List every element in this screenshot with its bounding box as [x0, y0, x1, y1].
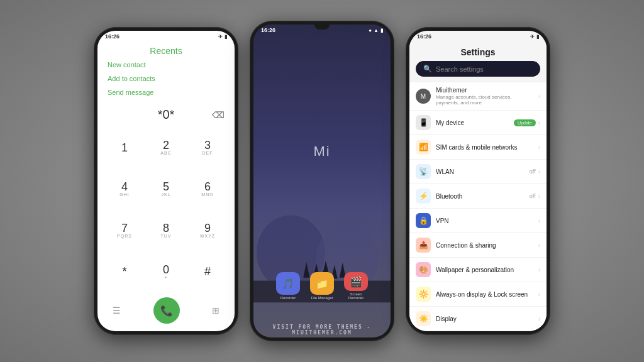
app-recorder[interactable]: 🎵 Recorder: [274, 272, 302, 300]
new-contact-btn[interactable]: New contact: [108, 61, 225, 69]
chevron-connection: ›: [538, 242, 540, 249]
miuithemer-title: Miuithemer: [436, 87, 533, 94]
watermark-text: VISIT FOR MORE THEMES - MIUITHEMER.COM: [253, 322, 391, 337]
mydevice-icon: 📱: [416, 115, 431, 130]
signal-icon: ●: [369, 28, 372, 33]
app-file-manager[interactable]: 📁 File Manager: [308, 272, 336, 300]
bluetooth-status: off: [530, 193, 536, 199]
status-time-phone1: 16:26: [105, 33, 119, 40]
phone-home: 16:26 ● ▲ ▮: [250, 21, 394, 341]
status-icons-phone3: ✈ ▮: [530, 34, 539, 40]
key-star[interactable]: *: [104, 251, 145, 292]
key-6[interactable]: 6 MNO: [187, 168, 228, 210]
wlan-right: off ›: [530, 168, 540, 175]
settings-item-display[interactable]: ☀️ Display ›: [409, 307, 547, 331]
key-1[interactable]: 1: [104, 127, 145, 168]
wallpaper-icon: 🎨: [416, 262, 431, 277]
wlan-icon: 📡: [416, 164, 431, 179]
wlan-status: off: [530, 168, 536, 175]
miuithemer-subtitle: Manage accounts, cloud services, payment…: [436, 94, 533, 106]
status-icons-phone1: ✈ ▮: [218, 34, 227, 40]
wlan-title: WLAN: [436, 168, 525, 175]
connection-icon: 📤: [416, 238, 431, 253]
key-0[interactable]: 0 +: [145, 251, 187, 292]
wlan-text: WLAN: [436, 168, 525, 175]
status-icons-phone2: ● ▲ ▮: [369, 28, 383, 33]
vpn-text: VPN: [436, 217, 533, 224]
mi-label: Mi: [313, 143, 330, 160]
wifi-icon: ▲: [374, 28, 379, 33]
chevron-display: ›: [538, 315, 540, 322]
chevron-vpn: ›: [538, 217, 540, 224]
key-5[interactable]: 5 JKL: [145, 168, 187, 210]
display-title: Display: [436, 315, 533, 322]
phone2-screen-wrapper: 16:26 ● ▲ ▮: [253, 25, 391, 337]
sim-title: SIM cards & mobile networks: [436, 144, 533, 151]
chevron-miuithemer: ›: [538, 93, 540, 100]
dialer-grid: 1 2 ABC 3 DEF 4 GHI: [97, 127, 235, 292]
display-text: Display: [436, 315, 533, 322]
dialer-display: *0* ⌫: [97, 102, 235, 127]
settings-item-mydevice[interactable]: 📱 My device Update ›: [409, 111, 547, 135]
search-placeholder: Search settings: [436, 65, 484, 73]
connection-title: Connection & sharing: [436, 242, 533, 249]
chevron-aod: ›: [538, 291, 540, 298]
bluetooth-text: Bluetooth: [436, 193, 525, 200]
recorder-icon: 🎵: [276, 272, 300, 295]
bluetooth-right: off ›: [530, 193, 540, 200]
miuithemer-text: Miuithemer Manage accounts, cloud servic…: [436, 87, 533, 106]
chevron-wallpaper: ›: [538, 266, 540, 273]
mydevice-text: My device: [436, 119, 509, 126]
update-badge: Update: [514, 119, 536, 126]
settings-item-wallpaper[interactable]: 🎨 Wallpaper & personalization ›: [409, 258, 547, 282]
battery-icon: ▮: [225, 34, 227, 40]
phone-dialer: 16:26 ✈ ▮ Recents New contact Add to con…: [94, 27, 238, 335]
chevron-bluetooth: ›: [538, 193, 540, 200]
display-icon: ☀️: [416, 311, 431, 326]
keypad-icon[interactable]: ⊞: [212, 305, 219, 315]
search-icon: 🔍: [423, 65, 432, 73]
app-icons-row: 🎵 Recorder 📁 File Manager 🎬 Screen Recor…: [274, 272, 370, 300]
vpn-title: VPN: [436, 217, 533, 224]
key-3[interactable]: 3 DEF: [187, 127, 228, 168]
status-time-phone3: 16:26: [417, 33, 431, 40]
chevron-mydevice: ›: [538, 119, 540, 126]
menu-icon[interactable]: ☰: [113, 305, 121, 315]
battery-icon-3: ▮: [536, 34, 539, 40]
flight-icon-3: ✈: [530, 34, 535, 40]
flight-icon: ✈: [218, 34, 223, 40]
send-message-btn[interactable]: Send message: [108, 89, 225, 96]
mydevice-title: My device: [436, 119, 509, 126]
add-to-contacts-btn[interactable]: Add to contacts: [108, 75, 225, 82]
key-4[interactable]: 4 GHI: [104, 168, 145, 210]
settings-list: M Miuithemer Manage accounts, cloud serv…: [409, 82, 547, 331]
status-bar-phone1: 16:26 ✈ ▮: [97, 31, 235, 42]
bluetooth-title: Bluetooth: [436, 193, 525, 200]
key-7[interactable]: 7 PQRS: [104, 210, 145, 251]
settings-item-sim[interactable]: 📶 SIM cards & mobile networks ›: [409, 135, 547, 160]
key-9[interactable]: 9 WXYZ: [187, 210, 228, 251]
settings-item-bluetooth[interactable]: ⚡ Bluetooth off ›: [409, 184, 547, 209]
key-2[interactable]: 2 ABC: [145, 127, 187, 168]
settings-item-aod[interactable]: 🔆 Always-on display & Lock screen ›: [409, 282, 547, 307]
chevron-wlan: ›: [538, 168, 540, 175]
dialer-bottom-nav: ☰ 📞 ⊞: [97, 292, 235, 331]
settings-item-vpn[interactable]: 🔒 VPN ›: [409, 209, 547, 233]
bluetooth-icon: ⚡: [416, 189, 431, 204]
settings-item-connection[interactable]: 📤 Connection & sharing ›: [409, 233, 547, 258]
aod-icon: 🔆: [416, 287, 431, 302]
phone1-screen: 16:26 ✈ ▮ Recents New contact Add to con…: [97, 31, 235, 331]
phone-settings: 16:26 ✈ ▮ Settings 🔍 Search settings: [406, 27, 550, 335]
contact-actions: New contact Add to contacts Send message: [97, 61, 235, 96]
phone3-screen-wrapper: 16:26 ✈ ▮ Settings 🔍 Search settings: [409, 31, 547, 331]
search-bar[interactable]: 🔍 Search settings: [416, 61, 540, 77]
key-hash[interactable]: #: [187, 251, 228, 292]
key-8[interactable]: 8 TUV: [145, 210, 187, 251]
app-screen-recorder[interactable]: 🎬 Screen Recorder: [342, 272, 370, 300]
settings-item-miuithemer[interactable]: M Miuithemer Manage accounts, cloud serv…: [409, 82, 547, 111]
chevron-sim: ›: [538, 144, 540, 151]
settings-title: Settings: [409, 42, 547, 61]
settings-item-wlan[interactable]: 📡 WLAN off ›: [409, 160, 547, 184]
delete-button[interactable]: ⌫: [212, 110, 225, 120]
call-button[interactable]: 📞: [153, 297, 180, 324]
